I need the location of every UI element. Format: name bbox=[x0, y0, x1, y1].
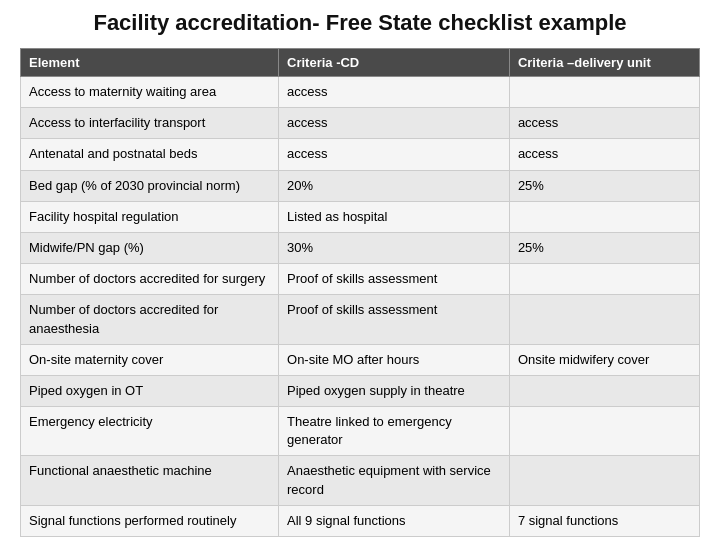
cell-element: Number of doctors accredited for surgery bbox=[21, 264, 279, 295]
table-row: Facility hospital regulationListed as ho… bbox=[21, 201, 700, 232]
cell-criteria-du bbox=[509, 201, 699, 232]
cell-criteria-cd: All 9 signal functions bbox=[279, 505, 510, 536]
cell-criteria-cd: Piped oxygen supply in theatre bbox=[279, 375, 510, 406]
table-row: Midwife/PN gap (%)30%25% bbox=[21, 232, 700, 263]
table-row: Antenatal and postnatal bedsaccessaccess bbox=[21, 139, 700, 170]
cell-criteria-cd: On-site MO after hours bbox=[279, 344, 510, 375]
cell-element: Facility hospital regulation bbox=[21, 201, 279, 232]
table-row: Number of doctors accredited for surgery… bbox=[21, 264, 700, 295]
col-header-criteria-cd: Criteria -CD bbox=[279, 49, 510, 77]
cell-criteria-du bbox=[509, 456, 699, 505]
cell-element: Number of doctors accredited for anaesth… bbox=[21, 295, 279, 344]
table-row: Piped oxygen in OTPiped oxygen supply in… bbox=[21, 375, 700, 406]
cell-criteria-du: access bbox=[509, 108, 699, 139]
table-row: Emergency electricityTheatre linked to e… bbox=[21, 407, 700, 456]
cell-criteria-cd: 30% bbox=[279, 232, 510, 263]
cell-element: Emergency electricity bbox=[21, 407, 279, 456]
cell-criteria-cd: Anaesthetic equipment with service recor… bbox=[279, 456, 510, 505]
page-title: Facility accreditation- Free State check… bbox=[20, 10, 700, 36]
table-row: Access to interfacility transportaccessa… bbox=[21, 108, 700, 139]
cell-criteria-du bbox=[509, 407, 699, 456]
cell-element: Midwife/PN gap (%) bbox=[21, 232, 279, 263]
table-row: Signal functions performed routinelyAll … bbox=[21, 505, 700, 536]
table-row: Functional anaesthetic machineAnaestheti… bbox=[21, 456, 700, 505]
col-header-criteria-du: Criteria –delivery unit bbox=[509, 49, 699, 77]
cell-criteria-du bbox=[509, 375, 699, 406]
cell-criteria-du: Onsite midwifery cover bbox=[509, 344, 699, 375]
col-header-element: Element bbox=[21, 49, 279, 77]
cell-element: Access to maternity waiting area bbox=[21, 77, 279, 108]
table-row: On-site maternity coverOn-site MO after … bbox=[21, 344, 700, 375]
cell-element: Bed gap (% of 2030 provincial norm) bbox=[21, 170, 279, 201]
cell-criteria-cd: Proof of skills assessment bbox=[279, 295, 510, 344]
cell-element: Functional anaesthetic machine bbox=[21, 456, 279, 505]
cell-criteria-du: access bbox=[509, 139, 699, 170]
accreditation-table: Element Criteria -CD Criteria –delivery … bbox=[20, 48, 700, 537]
cell-criteria-du: 25% bbox=[509, 232, 699, 263]
cell-element: Signal functions performed routinely bbox=[21, 505, 279, 536]
cell-criteria-du bbox=[509, 77, 699, 108]
cell-criteria-cd: Proof of skills assessment bbox=[279, 264, 510, 295]
table-row: Access to maternity waiting areaaccess bbox=[21, 77, 700, 108]
cell-criteria-du: 25% bbox=[509, 170, 699, 201]
cell-criteria-du bbox=[509, 264, 699, 295]
cell-criteria-du: 7 signal functions bbox=[509, 505, 699, 536]
cell-criteria-cd: access bbox=[279, 108, 510, 139]
cell-criteria-cd: 20% bbox=[279, 170, 510, 201]
table-row: Number of doctors accredited for anaesth… bbox=[21, 295, 700, 344]
cell-element: On-site maternity cover bbox=[21, 344, 279, 375]
cell-criteria-cd: Theatre linked to emergency generator bbox=[279, 407, 510, 456]
cell-criteria-cd: access bbox=[279, 139, 510, 170]
cell-element: Piped oxygen in OT bbox=[21, 375, 279, 406]
table-row: Bed gap (% of 2030 provincial norm)20%25… bbox=[21, 170, 700, 201]
cell-criteria-cd: Listed as hospital bbox=[279, 201, 510, 232]
cell-criteria-cd: access bbox=[279, 77, 510, 108]
cell-element: Antenatal and postnatal beds bbox=[21, 139, 279, 170]
cell-criteria-du bbox=[509, 295, 699, 344]
cell-element: Access to interfacility transport bbox=[21, 108, 279, 139]
